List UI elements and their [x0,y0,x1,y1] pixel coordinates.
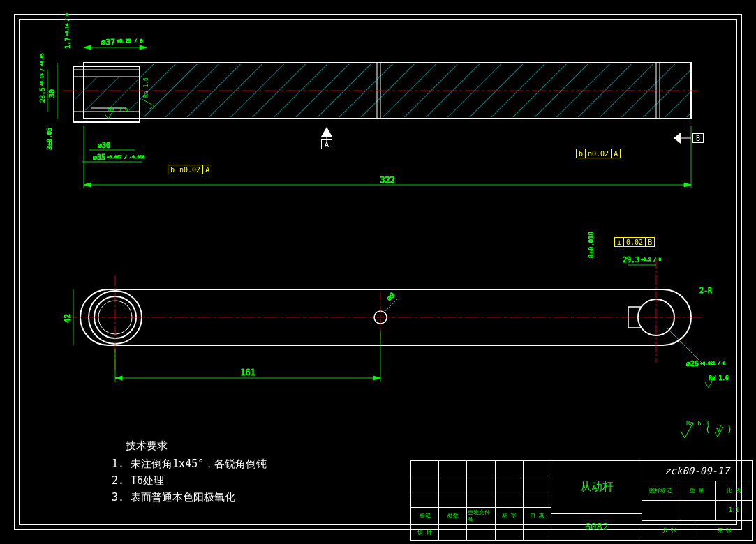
sheet-total: 共 张 [642,521,697,541]
dim-23.5: 23.5+0.15 / +0.05 [39,53,46,103]
hdr-date: 日 期 [524,508,551,524]
dim-3: 3±0.05 [46,127,53,150]
title-block: 标记 处数 更改文件号 签 字 日 期 设 计 从动杆 6082 zck00-0… [410,460,753,541]
title-block-left: 标记 处数 更改文件号 签 字 日 期 设 计 [411,461,551,540]
part-name: 从动杆 [551,461,642,514]
dim-d30: ⌀30 [98,142,110,149]
svg-rect-7 [75,77,138,110]
surface-rest: ( √ ) [705,424,732,435]
row-design: 设 计 [411,525,439,540]
datum-B: B [692,133,704,143]
drawing-number: zck00-09-17 [642,461,752,481]
datum-A: A [321,139,332,149]
bottom-plan-view [63,258,705,370]
hdr-doc: 更改文件号 [467,508,495,524]
sheet-num: 第 张 [697,521,752,541]
dim-30: 30 [48,89,56,98]
dim-2R: 2-R [699,287,713,294]
tech-req-title: 技术要求 [126,437,267,454]
tech-requirements: 技术要求 1. 未注倒角1x45°，各锐角倒钝 2. T6处理 3. 表面普通本… [112,437,267,506]
dim-d9: ⌀9 [385,291,396,302]
dim-d37: ⌀37+0.25 / 0 [101,38,143,47]
sub-scale: 比 例 [716,481,752,501]
ra-1.6-right: Ra 1.6 [709,375,729,381]
hdr-sign: 签 字 [496,508,524,524]
gtol-box-3: ⊥0.02B [614,237,655,247]
dim-d26: ⌀26+0.021 / 0 [686,360,726,368]
ra-1.6-left: Ra 1.6 [108,107,128,113]
svg-marker-25 [321,127,332,137]
dim-161: 161 [240,368,255,377]
hdr-mark: 标记 [411,508,439,524]
dim-42: 42 [63,314,72,323]
hdr-qty: 处数 [439,508,467,524]
title-block-mid: 从动杆 6082 [551,461,642,540]
top-section-view [63,63,698,122]
material: 6082 [551,514,642,540]
sub-weight: 重 量 [679,481,716,501]
dim-322: 322 [380,175,395,185]
ra-1.6-step: Ra 1.6 [143,77,149,98]
dim-29.3: 29.3+0.2 / 0 [623,256,661,264]
bottom-dimensions: 161 42 ⌀9 29.3+0.2 / 0 8±0.018 ⌀26+0.021… [63,232,729,388]
gtol-box-1: bn0.02A [168,165,212,174]
datums [321,127,691,144]
svg-marker-27 [674,133,681,144]
svg-marker-17 [684,183,691,187]
tech-req-2: 2. T6处理 [112,472,267,489]
dim-1.7: 1.7+0.14 / 0 [64,13,71,49]
svg-marker-19 [84,45,91,50]
svg-marker-42 [373,376,380,380]
tech-req-1: 1. 未注倒角1x45°，各锐角倒钝 [112,455,267,472]
svg-marker-20 [140,45,147,50]
dim-d35: ⌀35+0.007 / -0.018 [93,153,145,161]
dim-8: 8±0.018 [588,232,595,258]
svg-marker-41 [115,376,122,380]
svg-marker-16 [84,183,91,187]
gtol-box-2: bn0.02A [576,149,621,158]
title-block-right: zck00-09-17 图样标记 重 量 比 例 1:1 共 张 第 张 [642,461,752,540]
tech-req-3: 3. 表面普通本色阳极氧化 [112,489,267,506]
sub-mark: 图样标记 [642,481,679,501]
global-surface: Ra 6.3 ( √ ) [681,420,732,438]
scale-value: 1:1 [716,501,752,520]
